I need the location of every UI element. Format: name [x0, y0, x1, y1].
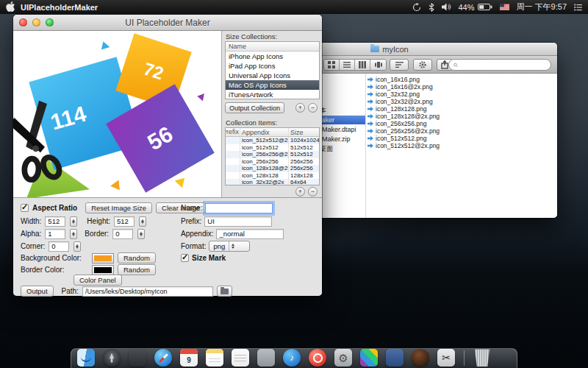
item-row[interactable]: icon_128x128@2x256x256	[226, 165, 319, 172]
collection-row[interactable]: iPad App Icons	[226, 61, 319, 71]
add-item-button[interactable]: +	[295, 187, 305, 197]
item-row[interactable]: icon_32x32@2x64x64	[226, 179, 319, 185]
prefix-input[interactable]	[204, 216, 272, 227]
color-panel-button[interactable]: Color Panel	[74, 275, 122, 286]
dock-coffee-app-icon[interactable]	[412, 349, 429, 367]
dock-launchpad-icon[interactable]	[103, 349, 121, 367]
background-random-button[interactable]: Random	[118, 252, 156, 263]
dock-notes-icon[interactable]	[206, 349, 223, 367]
alpha-input[interactable]	[45, 229, 65, 239]
folder-proxy-icon[interactable]	[370, 46, 379, 52]
app-titlebar[interactable]: UI Placeholder Maker	[13, 15, 322, 31]
name-input[interactable]	[205, 203, 273, 213]
list-view-button[interactable]	[340, 60, 355, 70]
border-random-button[interactable]: Random	[118, 264, 156, 275]
item-row[interactable]: icon_256x256256x256	[226, 158, 319, 166]
output-collection-button[interactable]: Output Collection	[225, 102, 284, 113]
collection-row[interactable]: iTunesArtwork	[226, 90, 319, 99]
format-popup[interactable]: png	[209, 241, 250, 252]
item-row[interactable]: icon_512x512512x512	[226, 144, 319, 152]
output-button[interactable]: Output	[21, 286, 54, 297]
dock-placeholder-maker-icon[interactable]	[437, 349, 455, 367]
zoom-button[interactable]	[46, 18, 54, 26]
dock-itunes-icon[interactable]: ♪	[283, 349, 301, 367]
add-collection-button[interactable]: +	[295, 103, 305, 113]
file-row[interactable]: icon_32x32@2x.png	[368, 98, 433, 105]
file-row[interactable]: icon_16x16.png	[368, 76, 420, 83]
size-mark-checkbox[interactable]	[181, 254, 189, 262]
list-item[interactable]: rMaker.dtapi	[318, 125, 365, 134]
dock-dark-app-icon[interactable]	[129, 349, 146, 367]
item-row[interactable]: icon_256x256@2x512x512	[226, 151, 319, 158]
input-source-menu[interactable]	[500, 4, 509, 10]
list-item[interactable]: 本	[318, 106, 365, 115]
file-row[interactable]: icon_128x128.png	[368, 105, 426, 113]
apple-menu[interactable]	[6, 1, 15, 13]
item-row[interactable]: icon_512x512@2x1024x1024	[226, 137, 319, 144]
item-row[interactable]: icon_128x128128x128	[226, 172, 319, 180]
dock-colorful-app-icon[interactable]	[360, 349, 378, 367]
file-row[interactable]: icon_256x256@2x.png	[368, 127, 440, 135]
dock-gray-app-icon[interactable]	[257, 349, 275, 367]
file-row[interactable]: icon_32x32.png	[368, 91, 420, 98]
dock-blue-app-icon[interactable]	[386, 349, 404, 367]
dock-calendar-icon[interactable]: 9	[180, 349, 198, 367]
dock-safari-icon[interactable]	[154, 349, 172, 367]
image-preview-area[interactable]: 114 72 56	[13, 31, 221, 197]
volume-menu[interactable]	[442, 3, 451, 11]
list-item[interactable]: rMaker.zip	[318, 135, 365, 144]
height-input[interactable]	[114, 216, 135, 227]
coverflow-view-button[interactable]	[370, 60, 386, 70]
width-input[interactable]	[45, 216, 65, 227]
file-row[interactable]: icon_128x128@2x.png	[368, 113, 440, 120]
file-row[interactable]: icon_16x16@2x.png	[368, 83, 433, 91]
alpha-stepper[interactable]	[70, 229, 77, 239]
aspect-ratio-checkbox[interactable]	[21, 204, 29, 212]
dock-red-app-icon[interactable]	[309, 349, 326, 367]
collection-row[interactable]: Universal App Icons	[226, 71, 319, 80]
list-item[interactable]: 桌面	[318, 144, 365, 153]
path-input[interactable]	[82, 286, 213, 297]
appendix-input[interactable]	[216, 229, 284, 239]
menubar-app-name[interactable]: UIPlaceholderMaker	[21, 3, 98, 12]
dock-finder-icon[interactable]	[77, 349, 95, 367]
collection-row[interactable]: iPhone App Icons	[226, 52, 319, 61]
search-field[interactable]	[448, 59, 551, 71]
bluetooth-menu[interactable]	[429, 3, 434, 12]
dock-textedit-icon[interactable]	[232, 349, 249, 367]
battery-menu[interactable]: 44%	[459, 3, 492, 12]
column-view-button[interactable]	[355, 60, 370, 70]
dock-trash-icon[interactable]	[473, 349, 491, 367]
arrange-button[interactable]	[390, 59, 409, 71]
menubar-clock[interactable]: 周一 下午9:57	[517, 1, 567, 13]
collection-row-selected[interactable]: Mac OS App Icons	[226, 80, 319, 90]
corner-input[interactable]	[49, 241, 69, 252]
notification-center-menu[interactable]	[574, 4, 582, 11]
search-input[interactable]	[460, 60, 546, 69]
file-row[interactable]: icon_512x512.png	[368, 135, 426, 142]
icon-view-button[interactable]	[324, 60, 340, 70]
dock-system-preferences-icon[interactable]	[334, 349, 352, 367]
appendix-column-header[interactable]: Appendix	[240, 128, 289, 136]
minimize-button[interactable]	[32, 18, 40, 26]
prefix-column-header[interactable]: Prefix	[226, 128, 240, 136]
reset-image-size-button[interactable]: Reset Image Size	[85, 202, 152, 213]
border-stepper[interactable]	[137, 229, 145, 239]
remove-item-button[interactable]: −	[308, 187, 318, 197]
name-column-header[interactable]: Name	[226, 42, 319, 52]
border-input[interactable]	[112, 229, 133, 239]
choose-path-button[interactable]	[217, 286, 232, 297]
background-color-well[interactable]	[92, 253, 114, 263]
size-column-header[interactable]: Size	[289, 128, 319, 136]
close-button[interactable]	[19, 18, 27, 26]
height-stepper[interactable]	[139, 216, 146, 227]
file-row[interactable]: icon_512x512@2x.png	[368, 142, 440, 149]
time-machine-menu[interactable]	[412, 3, 421, 12]
corner-stepper[interactable]	[74, 241, 81, 252]
file-row[interactable]: icon_256x256.png	[368, 120, 426, 127]
border-color-well[interactable]	[92, 265, 114, 275]
width-stepper[interactable]	[70, 216, 77, 227]
app-window[interactable]: UI Placeholder Maker 114 72 56	[13, 15, 322, 296]
action-button[interactable]	[413, 59, 432, 71]
remove-collection-button[interactable]: −	[308, 103, 318, 113]
